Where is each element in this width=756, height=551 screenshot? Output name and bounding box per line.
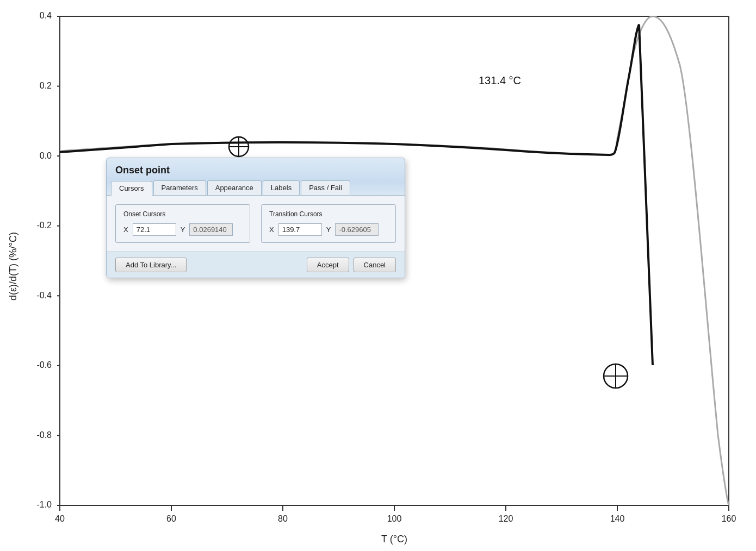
onset-cursors-group: Onset Cursors X Y bbox=[115, 204, 250, 243]
transition-x-input[interactable] bbox=[278, 223, 322, 236]
tab-cursors[interactable]: Cursors bbox=[111, 181, 152, 196]
onset-x-input[interactable] bbox=[133, 223, 176, 236]
cursor-row: Onset Cursors X Y Transition Cursors X Y bbox=[115, 204, 396, 243]
transition-cursors-group: Transition Cursors X Y bbox=[261, 204, 396, 243]
onset-cursors-label: Onset Cursors bbox=[123, 210, 242, 218]
x-tick-label: 120 bbox=[499, 514, 513, 523]
y-tick-label: 0.4 bbox=[40, 11, 52, 20]
transition-cursors-label: Transition Cursors bbox=[269, 210, 388, 218]
chart-container: 0.4 0.2 0.0 -0.2 -0.4 -0.6 -0.8 -1.0 40 … bbox=[0, 0, 756, 551]
dialog-title: Onset point bbox=[107, 158, 405, 180]
onset-y-input[interactable] bbox=[189, 223, 233, 236]
tab-pass-fail[interactable]: Pass / Fail bbox=[301, 180, 350, 195]
transition-y-input[interactable] bbox=[335, 223, 379, 236]
transition-cursor-fields: X Y bbox=[269, 223, 388, 236]
tab-appearance[interactable]: Appearance bbox=[207, 180, 262, 195]
y-tick-label: -0.2 bbox=[36, 221, 52, 230]
transition-y-label: Y bbox=[326, 226, 331, 234]
onset-y-label: Y bbox=[181, 226, 185, 234]
x-tick-label: 100 bbox=[387, 514, 402, 523]
x-tick-label: 60 bbox=[166, 514, 176, 523]
tab-parameters[interactable]: Parameters bbox=[153, 180, 206, 195]
y-axis-label: d(ε)/d(T) (%/°C) bbox=[8, 232, 18, 300]
accept-button[interactable]: Accept bbox=[307, 258, 349, 272]
x-tick-label: 40 bbox=[55, 514, 65, 523]
x-tick-label: 160 bbox=[722, 514, 736, 523]
dialog-tabs: Cursors Parameters Appearance Labels Pas… bbox=[107, 180, 405, 196]
y-tick-label: -0.8 bbox=[36, 430, 52, 440]
annotation-label: 131.4 °C bbox=[479, 74, 521, 86]
x-tick-label: 80 bbox=[278, 514, 288, 523]
onset-point-dialog: Onset point Cursors Parameters Appearanc… bbox=[106, 158, 405, 278]
y-tick-label: 0.2 bbox=[40, 81, 52, 90]
y-tick-label: 0.0 bbox=[40, 151, 52, 160]
onset-cursor-fields: X Y bbox=[123, 223, 242, 236]
add-to-library-button[interactable]: Add To Library... bbox=[115, 258, 187, 272]
dialog-body: Onset Cursors X Y Transition Cursors X Y bbox=[107, 196, 405, 252]
dialog-footer: Add To Library... Accept Cancel bbox=[107, 252, 405, 278]
y-tick-label: -0.6 bbox=[36, 360, 52, 370]
y-tick-label: -0.4 bbox=[36, 291, 52, 300]
x-tick-label: 140 bbox=[610, 514, 625, 523]
x-axis-label: T (°C) bbox=[381, 534, 407, 544]
tab-labels[interactable]: Labels bbox=[263, 180, 300, 195]
y-tick-label: -1.0 bbox=[36, 500, 52, 509]
footer-right-buttons: Accept Cancel bbox=[307, 258, 396, 272]
onset-x-label: X bbox=[123, 226, 128, 234]
transition-x-label: X bbox=[269, 226, 274, 234]
cancel-button[interactable]: Cancel bbox=[354, 258, 396, 272]
